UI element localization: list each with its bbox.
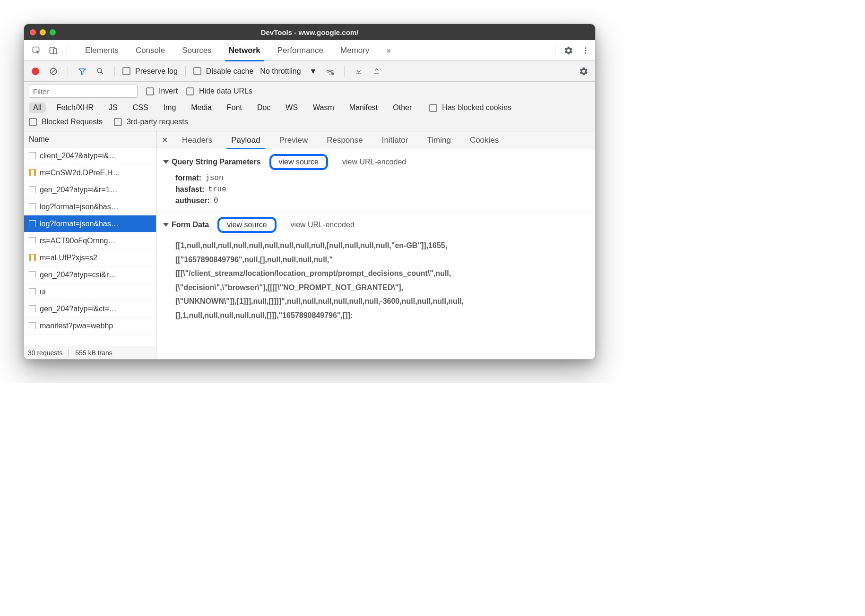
network-settings-gear-icon[interactable] [577, 65, 590, 78]
tab-performance[interactable]: Performance [269, 40, 332, 61]
blocked-requests-checkbox[interactable]: Blocked Requests [29, 118, 103, 126]
svg-point-8 [97, 68, 102, 73]
svg-point-5 [585, 52, 587, 53]
filter-type-font[interactable]: Font [223, 103, 246, 113]
throttling-value: No throttling [260, 67, 301, 76]
request-row[interactable]: gen_204?atyp=i&r=1… [24, 181, 156, 198]
kebab-menu-icon[interactable] [579, 44, 592, 57]
filter-type-css[interactable]: CSS [129, 103, 153, 113]
qsp-row: format:json [175, 174, 588, 182]
svg-rect-13 [374, 73, 380, 74]
formdata-view-url-encoded-button[interactable]: view URL-encoded [285, 219, 360, 231]
detail-tab-timing[interactable]: Timing [417, 131, 460, 149]
request-row[interactable]: ui [24, 283, 156, 300]
filter-type-js[interactable]: JS [104, 103, 122, 113]
file-icon [29, 322, 36, 329]
status-bar: 30 requests 555 kB trans [24, 346, 156, 359]
formdata-content: [[1,null,null,null,null,null,null,null,n… [163, 237, 588, 323]
request-row[interactable]: m=CnSW2d,DPreE,H… [24, 164, 156, 181]
separator [67, 45, 67, 56]
detail-tab-headers[interactable]: Headers [173, 131, 222, 149]
invert-checkbox[interactable]: Invert [146, 87, 178, 95]
detail-tab-response[interactable]: Response [317, 131, 372, 149]
detail-tab-cookies[interactable]: Cookies [460, 131, 508, 149]
formdata-toggle[interactable]: Form Data [163, 221, 209, 229]
file-icon [29, 271, 36, 278]
preserve-log-checkbox[interactable]: Preserve log [122, 67, 178, 76]
detail-tab-payload[interactable]: Payload [222, 131, 269, 149]
request-row[interactable]: manifest?pwa=webhp [24, 317, 156, 334]
tab-console[interactable]: Console [127, 40, 173, 61]
export-har-icon[interactable] [370, 65, 383, 78]
network-body: Name client_204?&atyp=i&…m=CnSW2d,DPreE,… [24, 131, 595, 359]
request-name: log?format=json&has… [40, 220, 119, 228]
formdata-view-source-button[interactable]: view source [217, 217, 276, 233]
filter-type-other[interactable]: Other [389, 103, 416, 113]
qsp-view-source-button[interactable]: view source [269, 154, 328, 170]
qsp-view-url-encoded-button[interactable]: view URL-encoded [337, 156, 412, 168]
request-row[interactable]: gen_204?atyp=csi&r… [24, 266, 156, 283]
file-icon [29, 305, 36, 312]
record-button[interactable] [29, 65, 42, 78]
request-name: m=CnSW2d,DPreE,H… [40, 169, 120, 177]
qsp-list: format:jsonhasfast:trueauthuser:0 [163, 174, 588, 205]
filter-type-media[interactable]: Media [187, 103, 216, 113]
main-toolbar: Elements Console Sources Network Perform… [24, 40, 595, 61]
request-name: gen_204?atyp=csi&r… [40, 271, 116, 279]
filter-type-fetchxhr[interactable]: Fetch/XHR [52, 103, 98, 113]
detail-tab-preview[interactable]: Preview [270, 131, 317, 149]
filter-type-wasm[interactable]: Wasm [309, 103, 338, 113]
script-file-icon [29, 254, 36, 261]
request-name: ui [40, 288, 45, 296]
third-party-checkbox[interactable]: 3rd-party requests [114, 118, 188, 126]
tab-sources[interactable]: Sources [173, 40, 220, 61]
request-row[interactable]: log?format=json&has… [24, 215, 156, 232]
request-row[interactable]: log?format=json&has… [24, 198, 156, 215]
throttling-select[interactable]: No throttling ▼ [258, 66, 319, 77]
detail-tab-initiator[interactable]: Initiator [372, 131, 418, 149]
filter-type-all[interactable]: All [29, 103, 46, 113]
has-blocked-cookies-checkbox[interactable]: Has blocked cookies [429, 103, 511, 112]
network-conditions-icon[interactable] [323, 65, 337, 78]
request-row[interactable]: client_204?&atyp=i&… [24, 147, 156, 164]
minimize-window-button[interactable] [40, 29, 46, 35]
filter-icon[interactable] [76, 65, 89, 78]
more-tabs-button[interactable]: » [378, 40, 399, 61]
qsp-toggle[interactable]: Query String Parameters [163, 158, 261, 166]
filter-input[interactable] [29, 85, 138, 98]
search-icon[interactable] [94, 65, 107, 78]
clear-button[interactable] [47, 65, 60, 78]
third-party-label: 3rd-party requests [127, 118, 188, 126]
request-row[interactable]: gen_204?atyp=i&ct=… [24, 300, 156, 317]
hide-data-urls-checkbox[interactable]: Hide data URLs [186, 87, 252, 95]
tab-memory[interactable]: Memory [332, 40, 378, 61]
zoom-window-button[interactable] [50, 29, 56, 35]
disable-cache-checkbox[interactable]: Disable cache [193, 67, 254, 76]
close-window-button[interactable] [30, 29, 36, 35]
filter-type-doc[interactable]: Doc [253, 103, 275, 113]
tab-elements[interactable]: Elements [77, 40, 127, 61]
detail-tabs: ✕ Headers Payload Preview Response Initi… [156, 131, 595, 149]
svg-point-10 [329, 73, 330, 74]
tab-network[interactable]: Network [220, 40, 269, 61]
close-detail-button[interactable]: ✕ [156, 131, 173, 149]
device-toolbar-icon[interactable] [47, 44, 60, 57]
column-header-name[interactable]: Name [24, 131, 156, 147]
filter-type-ws[interactable]: WS [281, 103, 302, 113]
inspect-element-icon[interactable] [30, 44, 43, 57]
filter-type-img[interactable]: Img [159, 103, 181, 113]
resource-type-filters: All Fetch/XHR JS CSS Img Media Font Doc … [29, 103, 590, 113]
request-row[interactable]: m=aLUfP?xjs=s2 [24, 249, 156, 266]
settings-gear-icon[interactable] [562, 44, 575, 57]
request-name: manifest?pwa=webhp [40, 322, 113, 330]
network-toolbar: Preserve log Disable cache No throttling… [24, 61, 595, 82]
formdata-line: [\"decision\",\"browser\"],[[[[\"NO_PROM… [175, 281, 588, 295]
import-har-icon[interactable] [352, 65, 365, 78]
separator [555, 45, 555, 56]
qsp-title: Query String Parameters [172, 158, 261, 166]
filter-type-manifest[interactable]: Manifest [345, 103, 382, 113]
formdata-line: [["1657890849796",null,[],null,null,null… [175, 253, 588, 267]
svg-line-7 [51, 69, 56, 74]
svg-line-9 [101, 72, 103, 74]
request-row[interactable]: rs=ACT90oFqOrnng… [24, 232, 156, 249]
